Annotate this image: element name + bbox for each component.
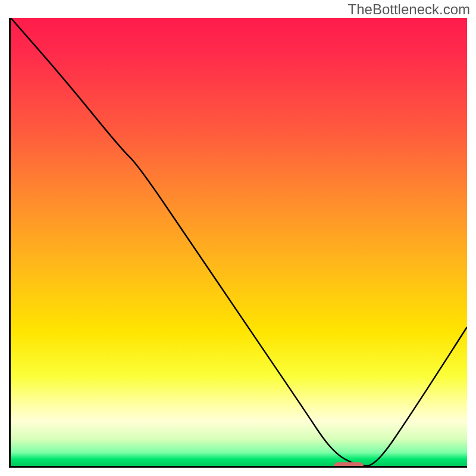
chart-container: TheBottleneck.com (0, 0, 476, 476)
curve-svg (11, 18, 467, 466)
optimal-marker (334, 462, 364, 468)
attribution-text: TheBottleneck.com (348, 1, 470, 18)
plot-area (9, 18, 467, 468)
bottleneck-curve (11, 18, 467, 466)
